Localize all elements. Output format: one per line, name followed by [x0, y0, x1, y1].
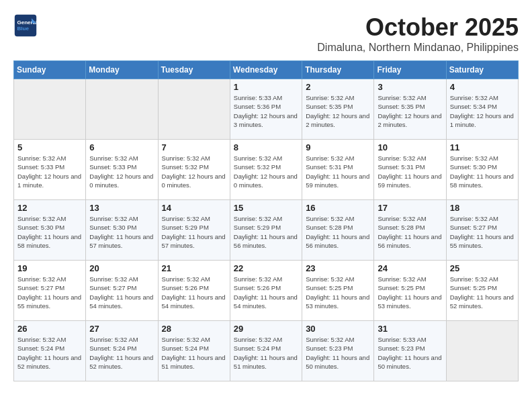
calendar-cell: 19Sunrise: 5:32 AM Sunset: 5:27 PM Dayli… — [14, 261, 86, 321]
calendar-cell: 17Sunrise: 5:32 AM Sunset: 5:28 PM Dayli… — [374, 200, 446, 261]
calendar-cell: 9Sunrise: 5:32 AM Sunset: 5:31 PM Daylig… — [302, 140, 374, 200]
day-number: 13 — [89, 203, 154, 213]
day-info: Sunrise: 5:33 AM Sunset: 5:36 PM Dayligh… — [234, 93, 298, 129]
day-number: 22 — [234, 263, 298, 273]
weekday-header-row: SundayMondayTuesdayWednesdayThursdayFrid… — [14, 61, 519, 79]
title-block: October 2025 Dimaluna, Northern Mindanao… — [317, 13, 519, 54]
day-info: Sunrise: 5:32 AM Sunset: 5:28 PM Dayligh… — [306, 214, 370, 250]
day-info: Sunrise: 5:33 AM Sunset: 5:23 PM Dayligh… — [378, 335, 442, 371]
calendar-cell: 8Sunrise: 5:32 AM Sunset: 5:32 PM Daylig… — [230, 140, 302, 200]
day-info: Sunrise: 5:32 AM Sunset: 5:30 PM Dayligh… — [17, 214, 82, 250]
svg-text:Blue: Blue — [17, 26, 29, 32]
calendar-cell — [86, 79, 158, 140]
day-info: Sunrise: 5:32 AM Sunset: 5:34 PM Dayligh… — [450, 93, 515, 129]
day-number: 10 — [378, 142, 442, 152]
day-info: Sunrise: 5:32 AM Sunset: 5:25 PM Dayligh… — [378, 275, 442, 310]
calendar-week-row: 19Sunrise: 5:32 AM Sunset: 5:27 PM Dayli… — [14, 261, 519, 321]
calendar-cell: 5Sunrise: 5:32 AM Sunset: 5:33 PM Daylig… — [14, 140, 86, 200]
calendar-table: SundayMondayTuesdayWednesdayThursdayFrid… — [13, 60, 519, 381]
day-info: Sunrise: 5:32 AM Sunset: 5:33 PM Dayligh… — [17, 154, 82, 189]
day-info: Sunrise: 5:32 AM Sunset: 5:31 PM Dayligh… — [378, 154, 442, 189]
logo-icon: General Blue — [13, 13, 38, 38]
day-info: Sunrise: 5:32 AM Sunset: 5:26 PM Dayligh… — [234, 275, 298, 310]
logo: General Blue — [13, 13, 38, 38]
day-number: 7 — [162, 142, 226, 152]
day-info: Sunrise: 5:32 AM Sunset: 5:31 PM Dayligh… — [306, 154, 370, 189]
calendar-cell: 26Sunrise: 5:32 AM Sunset: 5:24 PM Dayli… — [14, 321, 86, 381]
calendar-cell — [446, 321, 518, 381]
day-number: 4 — [450, 82, 515, 92]
page-header: General Blue October 2025 Dimaluna, Nort… — [13, 13, 519, 54]
day-number: 20 — [89, 263, 154, 273]
day-info: Sunrise: 5:32 AM Sunset: 5:27 PM Dayligh… — [89, 275, 154, 310]
day-number: 29 — [234, 324, 298, 334]
calendar-cell: 16Sunrise: 5:32 AM Sunset: 5:28 PM Dayli… — [302, 200, 374, 261]
day-number: 5 — [17, 142, 82, 152]
day-number: 23 — [306, 263, 370, 273]
calendar-cell: 6Sunrise: 5:32 AM Sunset: 5:33 PM Daylig… — [86, 140, 158, 200]
weekday-header-cell: Friday — [374, 61, 446, 79]
day-number: 9 — [306, 142, 370, 152]
calendar-cell: 3Sunrise: 5:32 AM Sunset: 5:35 PM Daylig… — [374, 79, 446, 140]
day-info: Sunrise: 5:32 AM Sunset: 5:25 PM Dayligh… — [306, 275, 370, 310]
day-info: Sunrise: 5:32 AM Sunset: 5:33 PM Dayligh… — [89, 154, 154, 189]
day-info: Sunrise: 5:32 AM Sunset: 5:32 PM Dayligh… — [234, 154, 298, 189]
calendar-cell: 14Sunrise: 5:32 AM Sunset: 5:29 PM Dayli… — [158, 200, 230, 261]
calendar-cell — [14, 79, 86, 140]
day-number: 21 — [162, 263, 226, 273]
day-info: Sunrise: 5:32 AM Sunset: 5:29 PM Dayligh… — [234, 214, 298, 250]
day-info: Sunrise: 5:32 AM Sunset: 5:26 PM Dayligh… — [162, 275, 226, 310]
calendar-cell: 7Sunrise: 5:32 AM Sunset: 5:32 PM Daylig… — [158, 140, 230, 200]
day-number: 18 — [450, 203, 515, 213]
day-number: 19 — [17, 263, 82, 273]
calendar-week-row: 26Sunrise: 5:32 AM Sunset: 5:24 PM Dayli… — [14, 321, 519, 381]
day-info: Sunrise: 5:32 AM Sunset: 5:29 PM Dayligh… — [162, 214, 226, 250]
day-number: 8 — [234, 142, 298, 152]
day-number: 27 — [89, 324, 154, 334]
day-info: Sunrise: 5:32 AM Sunset: 5:28 PM Dayligh… — [378, 214, 442, 250]
calendar-cell: 28Sunrise: 5:32 AM Sunset: 5:24 PM Dayli… — [158, 321, 230, 381]
day-info: Sunrise: 5:32 AM Sunset: 5:24 PM Dayligh… — [234, 335, 298, 371]
calendar-cell: 22Sunrise: 5:32 AM Sunset: 5:26 PM Dayli… — [230, 261, 302, 321]
calendar-cell: 4Sunrise: 5:32 AM Sunset: 5:34 PM Daylig… — [446, 79, 518, 140]
day-number: 12 — [17, 203, 82, 213]
calendar-week-row: 12Sunrise: 5:32 AM Sunset: 5:30 PM Dayli… — [14, 200, 519, 261]
day-info: Sunrise: 5:32 AM Sunset: 5:23 PM Dayligh… — [306, 335, 370, 371]
calendar-cell: 25Sunrise: 5:32 AM Sunset: 5:25 PM Dayli… — [446, 261, 518, 321]
calendar-cell: 30Sunrise: 5:32 AM Sunset: 5:23 PM Dayli… — [302, 321, 374, 381]
day-number: 11 — [450, 142, 515, 152]
day-number: 2 — [306, 82, 370, 92]
calendar-cell: 27Sunrise: 5:32 AM Sunset: 5:24 PM Dayli… — [86, 321, 158, 381]
calendar-cell: 1Sunrise: 5:33 AM Sunset: 5:36 PM Daylig… — [230, 79, 302, 140]
weekday-header-cell: Saturday — [446, 61, 518, 79]
calendar-cell: 2Sunrise: 5:32 AM Sunset: 5:35 PM Daylig… — [302, 79, 374, 140]
weekday-header-cell: Thursday — [302, 61, 374, 79]
calendar-cell: 18Sunrise: 5:32 AM Sunset: 5:27 PM Dayli… — [446, 200, 518, 261]
calendar-cell: 15Sunrise: 5:32 AM Sunset: 5:29 PM Dayli… — [230, 200, 302, 261]
month-title: October 2025 — [317, 13, 519, 42]
day-number: 31 — [378, 324, 442, 334]
weekday-header-cell: Monday — [86, 61, 158, 79]
weekday-header-cell: Wednesday — [230, 61, 302, 79]
calendar-cell: 20Sunrise: 5:32 AM Sunset: 5:27 PM Dayli… — [86, 261, 158, 321]
day-number: 16 — [306, 203, 370, 213]
calendar-cell: 31Sunrise: 5:33 AM Sunset: 5:23 PM Dayli… — [374, 321, 446, 381]
day-info: Sunrise: 5:32 AM Sunset: 5:27 PM Dayligh… — [450, 214, 515, 250]
calendar-cell: 11Sunrise: 5:32 AM Sunset: 5:30 PM Dayli… — [446, 140, 518, 200]
day-number: 24 — [378, 263, 442, 273]
calendar-week-row: 5Sunrise: 5:32 AM Sunset: 5:33 PM Daylig… — [14, 140, 519, 200]
day-number: 14 — [162, 203, 226, 213]
calendar-cell: 21Sunrise: 5:32 AM Sunset: 5:26 PM Dayli… — [158, 261, 230, 321]
calendar-cell: 12Sunrise: 5:32 AM Sunset: 5:30 PM Dayli… — [14, 200, 86, 261]
weekday-header-cell: Sunday — [14, 61, 86, 79]
day-info: Sunrise: 5:32 AM Sunset: 5:30 PM Dayligh… — [89, 214, 154, 250]
day-number: 30 — [306, 324, 370, 334]
day-info: Sunrise: 5:32 AM Sunset: 5:35 PM Dayligh… — [378, 93, 442, 129]
day-info: Sunrise: 5:32 AM Sunset: 5:24 PM Dayligh… — [17, 335, 82, 371]
calendar-body: 1Sunrise: 5:33 AM Sunset: 5:36 PM Daylig… — [14, 79, 519, 381]
day-info: Sunrise: 5:32 AM Sunset: 5:30 PM Dayligh… — [450, 154, 515, 189]
day-number: 1 — [234, 82, 298, 92]
weekday-header-cell: Tuesday — [158, 61, 230, 79]
calendar-cell: 13Sunrise: 5:32 AM Sunset: 5:30 PM Dayli… — [86, 200, 158, 261]
day-number: 28 — [162, 324, 226, 334]
